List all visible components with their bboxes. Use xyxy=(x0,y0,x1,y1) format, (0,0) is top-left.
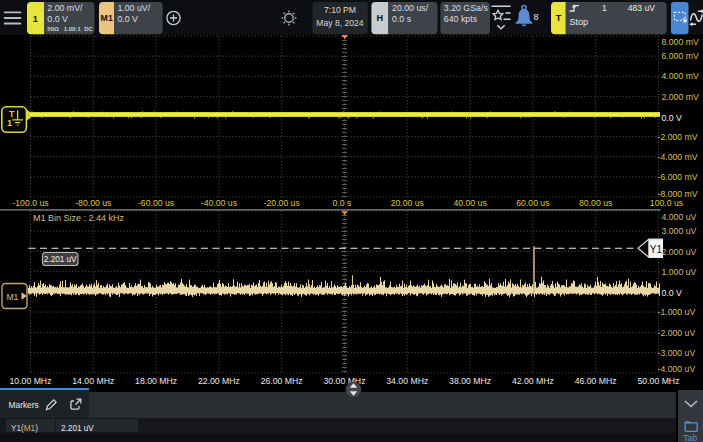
svg-text:1: 1 xyxy=(33,14,38,24)
svg-text:3.20 GSa/s: 3.20 GSa/s xyxy=(444,3,489,13)
svg-text:2.000 mV: 2.000 mV xyxy=(662,92,699,102)
svg-text:640 kpts: 640 kpts xyxy=(444,14,478,24)
svg-text:34.00 MHz: 34.00 MHz xyxy=(386,376,428,386)
svg-text:1.000 uV: 1.000 uV xyxy=(662,267,697,277)
svg-text:-2.000 uV: -2.000 uV xyxy=(658,328,696,338)
svg-text:1.00 uV/: 1.00 uV/ xyxy=(117,3,150,13)
svg-text:3.000 uV: 3.000 uV xyxy=(662,226,697,236)
svg-text:2.201 uV: 2.201 uV xyxy=(44,255,77,264)
svg-text:T: T xyxy=(556,13,562,23)
svg-text:-60.00 us: -60.00 us xyxy=(138,198,175,208)
svg-text:46.00 MHz: 46.00 MHz xyxy=(575,376,617,386)
svg-text:42.00 MHz: 42.00 MHz xyxy=(512,376,554,386)
svg-text:0.0 s: 0.0 s xyxy=(333,198,352,208)
svg-text:-4.000 mV: -4.000 mV xyxy=(658,152,698,162)
svg-text:4.000 mV: 4.000 mV xyxy=(662,71,699,81)
svg-text:-3.000 uV: -3.000 uV xyxy=(658,348,696,358)
svg-text:H: H xyxy=(377,13,384,23)
svg-text:100.0 us: 100.0 us xyxy=(650,198,684,208)
svg-text:10.00 MHz: 10.00 MHz xyxy=(9,376,51,386)
svg-text:2.00 mV/: 2.00 mV/ xyxy=(47,3,83,13)
svg-text:M1 Bin Size : 2.44 kHz: M1 Bin Size : 2.44 kHz xyxy=(33,213,125,223)
svg-text:-20.00 us: -20.00 us xyxy=(264,198,301,208)
svg-text:22.00 MHz: 22.00 MHz xyxy=(198,376,240,386)
svg-text:0.0 s: 0.0 s xyxy=(392,14,412,24)
svg-text:8: 8 xyxy=(534,12,539,22)
svg-text:0.0 V: 0.0 V xyxy=(662,288,682,298)
svg-text:4.000 uV: 4.000 uV xyxy=(662,212,697,222)
svg-text:8.000 mV: 8.000 mV xyxy=(662,37,699,47)
svg-text:50.00 MHz: 50.00 MHz xyxy=(637,376,679,386)
svg-text:6.000 mV: 6.000 mV xyxy=(662,51,699,61)
svg-text:1: 1 xyxy=(7,118,12,128)
svg-text:2.000 uV: 2.000 uV xyxy=(662,247,697,257)
svg-text:M1: M1 xyxy=(7,292,19,302)
svg-text:-4.000 uV: -4.000 uV xyxy=(658,364,696,374)
svg-text:Stop: Stop xyxy=(570,17,589,27)
svg-text:1: 1 xyxy=(602,3,607,13)
svg-text:Y1: Y1 xyxy=(650,244,663,255)
svg-text:14.00 MHz: 14.00 MHz xyxy=(72,376,114,386)
svg-text:7:10 PM: 7:10 PM xyxy=(324,5,356,15)
svg-text:20.00 us/: 20.00 us/ xyxy=(392,3,429,13)
svg-text:-100.0 us: -100.0 us xyxy=(12,198,49,208)
svg-text:M1: M1 xyxy=(101,13,113,23)
svg-text:May 8, 2024: May 8, 2024 xyxy=(316,18,364,28)
svg-text:483 uV: 483 uV xyxy=(628,3,656,13)
svg-text:-8.000 mV: -8.000 mV xyxy=(658,189,698,199)
svg-text:20.00 us: 20.00 us xyxy=(391,198,425,208)
svg-text:80.00 us: 80.00 us xyxy=(579,198,613,208)
svg-text:0.0 V: 0.0 V xyxy=(662,113,682,123)
svg-text:-40.00 us: -40.00 us xyxy=(201,198,238,208)
svg-text:50Ω 1.00:1 DC: 50Ω 1.00:1 DC xyxy=(47,26,93,32)
svg-text:-2.000 mV: -2.000 mV xyxy=(658,132,698,142)
svg-text:T: T xyxy=(9,109,15,119)
svg-text:30.00 MHz: 30.00 MHz xyxy=(323,376,365,386)
svg-text:0.0 V: 0.0 V xyxy=(47,14,68,24)
svg-text:-1.000 uV: -1.000 uV xyxy=(658,307,696,317)
svg-text:-6.000 mV: -6.000 mV xyxy=(658,172,698,182)
svg-text:38.00 MHz: 38.00 MHz xyxy=(449,376,491,386)
svg-text:60.00 us: 60.00 us xyxy=(516,198,550,208)
svg-text:18.00 MHz: 18.00 MHz xyxy=(135,376,177,386)
svg-text:40.00 us: 40.00 us xyxy=(453,198,487,208)
svg-text:26.00 MHz: 26.00 MHz xyxy=(261,376,303,386)
svg-text:0.0 V: 0.0 V xyxy=(117,14,138,24)
svg-text:-80.00 us: -80.00 us xyxy=(75,198,112,208)
